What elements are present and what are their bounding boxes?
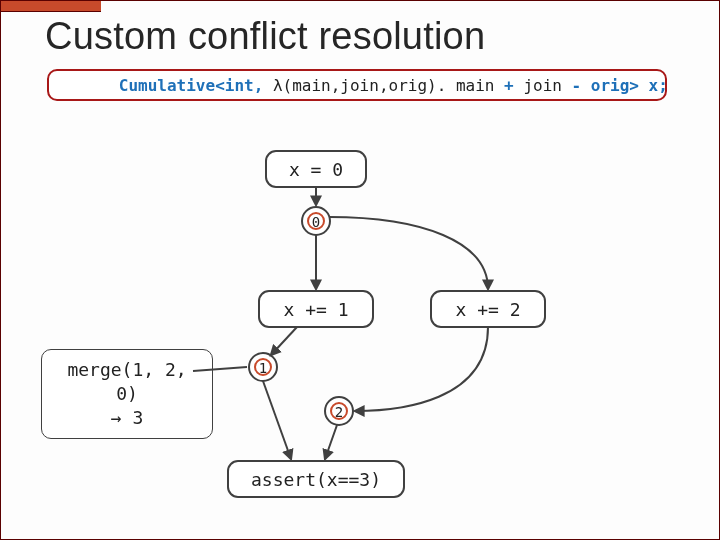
- state-left: [259, 291, 373, 327]
- state-right: [431, 291, 545, 327]
- arrow-left-to-1: [271, 327, 297, 355]
- val-1-text: 1: [259, 360, 267, 376]
- merge-note: merge(1, 2, 0) → 3: [41, 349, 213, 439]
- val-1-inner: [255, 359, 271, 375]
- code-args: main,join,orig). main: [292, 76, 504, 95]
- arrow-right-to-2: [355, 327, 488, 411]
- state-assert-text: assert(x==3): [251, 469, 381, 490]
- state-init-text: x = 0: [289, 159, 343, 180]
- code-line: Cumulative<int, λ(main,join,orig). main …: [61, 57, 668, 114]
- code-box: Cumulative<int, λ(main,join,orig). main …: [47, 69, 667, 101]
- val-0-inner: [308, 213, 324, 229]
- state-left-text: x += 1: [283, 299, 348, 320]
- code-tail: orig> x;: [581, 76, 668, 95]
- state-assert: [228, 461, 404, 497]
- accent-tab: [1, 1, 101, 12]
- code-kw-cumulative: Cumulative<int,: [119, 76, 273, 95]
- val-2-outer: [325, 397, 353, 425]
- slide-title: Custom conflict resolution: [45, 15, 485, 58]
- val-2-inner: [331, 403, 347, 419]
- state-right-text: x += 2: [455, 299, 520, 320]
- arrow-0-to-right: [329, 217, 488, 289]
- code-minus: -: [572, 76, 582, 95]
- code-lambda: λ(: [273, 76, 292, 95]
- arrow-1-to-assert: [263, 381, 291, 459]
- merge-line2: → 3: [52, 406, 202, 430]
- merge-line1: merge(1, 2, 0): [52, 358, 202, 406]
- state-init: [266, 151, 366, 187]
- code-plus: +: [504, 76, 514, 95]
- val-2-text: 2: [335, 404, 343, 420]
- code-mid: join: [514, 76, 572, 95]
- val-0-outer: [302, 207, 330, 235]
- val-1-outer: [249, 353, 277, 381]
- val-0-text: 0: [312, 214, 320, 230]
- arrow-2-to-assert: [325, 425, 337, 459]
